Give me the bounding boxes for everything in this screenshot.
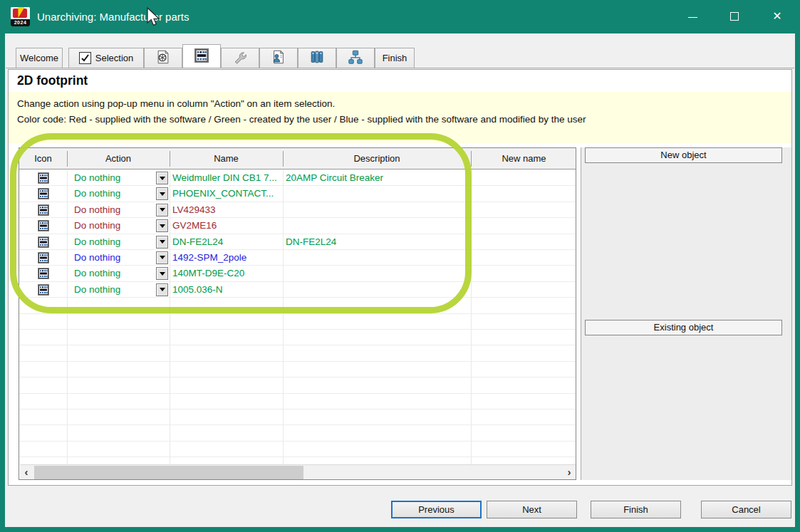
table-row[interactable]: Do nothing LV429433 (19, 202, 576, 218)
table-row[interactable]: Do nothing 1492-SPM_2pole (19, 250, 576, 266)
parts-table: Icon Action Name Description New name Do… (19, 147, 576, 480)
name-cell: 1492-SPM_2pole (172, 250, 281, 266)
books-icon (309, 49, 325, 67)
action-dropdown-button[interactable] (156, 236, 168, 249)
action-value: Do nothing (74, 234, 120, 250)
column-divider (283, 151, 284, 167)
dropdown-arrow-icon (160, 256, 165, 259)
description-cell: 20AMP Circuit Breaker (286, 170, 469, 186)
column-header-action[interactable]: Action (67, 148, 170, 169)
action-value: Do nothing (74, 282, 120, 298)
hierarchy-icon (348, 49, 363, 67)
dropdown-arrow-icon (160, 288, 165, 291)
name-cell: LV429433 (172, 202, 281, 218)
table-row[interactable]: Do nothing 140MT-D9E-C20 (19, 266, 576, 281)
finish-button[interactable]: Finish (591, 501, 681, 518)
dropdown-arrow-icon (160, 224, 165, 228)
mouse-cursor (146, 7, 162, 31)
cancel-button[interactable]: Cancel (701, 501, 791, 518)
dropdown-arrow-icon (160, 240, 165, 244)
tab-symbol[interactable] (144, 48, 182, 68)
symbol-document-icon (155, 49, 171, 67)
description-cell (286, 282, 469, 298)
tab-footprint[interactable] (182, 44, 221, 68)
action-dropdown-button[interactable] (156, 267, 168, 280)
action-value: Do nothing (74, 202, 120, 218)
column-header-description[interactable]: Description (283, 148, 471, 169)
column-divider (170, 151, 170, 167)
table-row[interactable]: Do nothing PHOENIX_CONTACT... (19, 186, 576, 202)
column-header-name[interactable]: Name (170, 148, 283, 169)
app-icon: 2024 (11, 7, 30, 26)
previous-button[interactable]: Previous (391, 501, 482, 518)
person-document-icon (271, 49, 286, 67)
checkbox-checked-icon (79, 52, 91, 64)
tab-hierarchy[interactable] (336, 48, 375, 68)
scroll-right-icon[interactable]: › (563, 465, 576, 480)
instructions-box: Change action using pop-up menu in colum… (9, 92, 791, 143)
description-cell (286, 250, 469, 266)
table-body: Do nothing Weidmuller DIN CB1 7... 20AMP… (19, 170, 576, 465)
wrench-icon (232, 49, 248, 67)
description-cell (286, 202, 469, 218)
minimize-button[interactable] (680, 6, 705, 27)
table-row[interactable]: Do nothing DN-FE2L24 DN-FE2L24 (19, 234, 576, 250)
action-dropdown-button[interactable] (156, 251, 168, 264)
action-dropdown-button[interactable] (156, 219, 168, 232)
tab-finish-label: Finish (383, 53, 407, 63)
tab-finish[interactable]: Finish (375, 48, 415, 68)
footprint-icon (38, 172, 49, 184)
instruction-line-2: Color code: Red - supplied with the soft… (17, 112, 791, 127)
next-button[interactable]: Next (487, 501, 577, 518)
footprint-icon (38, 188, 49, 199)
scrollbar-thumb[interactable] (34, 466, 303, 479)
action-value: Do nothing (74, 266, 120, 281)
tab-selection-label: Selection (95, 53, 133, 63)
close-icon: ✕ (772, 10, 781, 22)
column-header-new-name[interactable]: New name (471, 148, 577, 169)
table-row[interactable]: Do nothing 1005.036-N (19, 282, 576, 298)
horizontal-scrollbar[interactable]: ‹ › (20, 464, 576, 479)
description-cell (286, 218, 469, 234)
tab-person-document[interactable] (259, 48, 298, 68)
close-button[interactable]: ✕ (765, 6, 789, 27)
dropdown-arrow-icon (160, 192, 165, 196)
title-bar[interactable]: 2024 Unarchiving: Manufacturer parts ✕ (0, 0, 800, 33)
name-cell: Weidmuller DIN CB1 7... (172, 170, 281, 186)
maximize-icon (730, 12, 739, 21)
tab-welcome[interactable]: Welcome (16, 48, 63, 68)
instruction-line-1: Change action using pop-up menu in colum… (17, 96, 791, 112)
column-header-icon[interactable]: Icon (19, 148, 67, 169)
description-cell (286, 186, 469, 202)
footprint-icon (194, 48, 209, 65)
maximize-button[interactable] (722, 6, 747, 27)
existing-object-header: Existing object (585, 320, 782, 335)
tab-selection[interactable]: Selection (68, 48, 144, 68)
action-dropdown-button[interactable] (156, 172, 168, 184)
name-cell: PHOENIX_CONTACT... (172, 186, 281, 202)
footprint-icon (38, 252, 49, 264)
action-dropdown-button[interactable] (156, 187, 168, 200)
action-value: Do nothing (74, 218, 120, 234)
footprint-icon (38, 236, 49, 248)
table-row[interactable]: Do nothing Weidmuller DIN CB1 7... 20AMP… (19, 170, 576, 186)
name-cell: 140MT-D9E-C20 (172, 266, 281, 281)
action-value: Do nothing (74, 250, 120, 266)
action-dropdown-button[interactable] (156, 204, 168, 217)
footprint-icon (38, 268, 49, 279)
new-object-header: New object (585, 147, 782, 163)
tab-wrench[interactable] (221, 48, 259, 68)
app-icon-glyph (11, 7, 30, 20)
table-row[interactable]: Do nothing GV2ME16 (19, 218, 576, 234)
scroll-left-icon[interactable]: ‹ (20, 465, 33, 480)
tab-books[interactable] (298, 48, 336, 68)
page-title: 2D footprint (17, 73, 88, 88)
dropdown-arrow-icon (160, 177, 165, 180)
app-icon-year: 2024 (11, 19, 30, 26)
footprint-icon (38, 284, 49, 296)
window-title: Unarchiving: Manufacturer parts (37, 0, 189, 33)
tab-welcome-label: Welcome (20, 53, 58, 63)
dropdown-arrow-icon (160, 272, 165, 276)
action-dropdown-button[interactable] (156, 283, 168, 296)
minimize-icon (688, 17, 697, 18)
